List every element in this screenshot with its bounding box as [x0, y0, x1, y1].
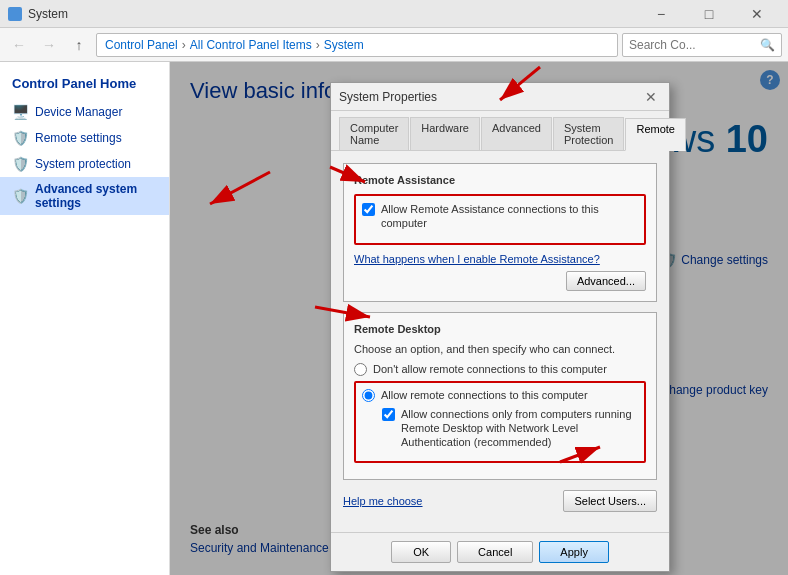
- remote-desktop-desc: Choose an option, and then specify who c…: [354, 343, 646, 355]
- nla-checkbox[interactable]: [382, 408, 395, 421]
- tab-remote[interactable]: Remote: [625, 118, 686, 151]
- dialog-action-row: Help me choose Select Users...: [343, 490, 657, 512]
- tab-advanced[interactable]: Advanced: [481, 117, 552, 150]
- remote-settings-icon: 🛡️: [12, 130, 29, 146]
- system-protection-icon: 🛡️: [12, 156, 29, 172]
- dialog-footer: OK Cancel Apply: [331, 532, 669, 571]
- window-title: System: [28, 7, 68, 21]
- allow-remote-assistance-box: Allow Remote Assistance connections to t…: [354, 194, 646, 245]
- remote-desktop-title: Remote Desktop: [354, 323, 646, 335]
- no-remote-radio-row: Don't allow remote connections to this c…: [354, 363, 646, 376]
- close-button[interactable]: ✕: [734, 0, 780, 28]
- address-path: Control Panel › All Control Panel Items …: [96, 33, 618, 57]
- breadcrumb-system[interactable]: System: [324, 38, 364, 52]
- select-users-button[interactable]: Select Users...: [563, 490, 657, 512]
- remote-assistance-section: Remote Assistance Allow Remote Assistanc…: [343, 163, 657, 302]
- system-icon: [8, 7, 22, 21]
- no-remote-label: Don't allow remote connections to this c…: [373, 363, 607, 375]
- nla-checkbox-row: Allow connections only from computers ru…: [382, 407, 638, 450]
- search-box: 🔍: [622, 33, 782, 57]
- no-remote-radio[interactable]: [354, 363, 367, 376]
- forward-button[interactable]: →: [36, 32, 62, 58]
- allow-remote-label: Allow remote connections to this compute…: [381, 389, 588, 401]
- tab-system-protection[interactable]: System Protection: [553, 117, 625, 150]
- minimize-button[interactable]: −: [638, 0, 684, 28]
- allow-remote-radio[interactable]: [362, 389, 375, 402]
- sidebar-header[interactable]: Control Panel Home: [0, 72, 169, 99]
- tab-computer-name[interactable]: Computer Name: [339, 117, 409, 150]
- allow-remote-desktop-box: Allow remote connections to this compute…: [354, 381, 646, 464]
- breadcrumb-control-panel[interactable]: Control Panel: [105, 38, 178, 52]
- system-properties-dialog: System Properties ✕ Computer Name Hardwa…: [330, 82, 670, 572]
- dialog-title: System Properties: [339, 90, 437, 104]
- content-area: View basic information about your comput…: [170, 62, 788, 575]
- address-bar: ← → ↑ Control Panel › All Control Panel …: [0, 28, 788, 62]
- sidebar-item-system-protection[interactable]: 🛡️ System protection: [0, 151, 169, 177]
- dialog-close-button[interactable]: ✕: [641, 88, 661, 106]
- sidebar-label-system-protection: System protection: [35, 157, 131, 171]
- tab-hardware[interactable]: Hardware: [410, 117, 480, 150]
- allow-remote-assistance-label: Allow Remote Assistance connections to t…: [381, 202, 638, 231]
- remote-assistance-title: Remote Assistance: [354, 174, 646, 186]
- search-icon: 🔍: [760, 38, 775, 52]
- remote-desktop-section: Remote Desktop Choose an option, and the…: [343, 312, 657, 481]
- advanced-button[interactable]: Advanced...: [566, 271, 646, 291]
- title-bar-left: System: [8, 7, 68, 21]
- remote-assistance-help-link[interactable]: What happens when I enable Remote Assist…: [354, 253, 646, 265]
- allow-remote-assistance-row: Allow Remote Assistance connections to t…: [362, 202, 638, 231]
- nla-label: Allow connections only from computers ru…: [401, 407, 638, 450]
- ok-button[interactable]: OK: [391, 541, 451, 563]
- device-manager-icon: 🖥️: [12, 104, 29, 120]
- dialog-titlebar: System Properties ✕: [331, 83, 669, 111]
- sidebar-label-remote-settings: Remote settings: [35, 131, 122, 145]
- modal-overlay: System Properties ✕ Computer Name Hardwa…: [170, 62, 788, 575]
- breadcrumb-all-items[interactable]: All Control Panel Items: [190, 38, 312, 52]
- sidebar-item-remote-settings[interactable]: 🛡️ Remote settings: [0, 125, 169, 151]
- sidebar-item-device-manager[interactable]: 🖥️ Device Manager: [0, 99, 169, 125]
- main-layout: Control Panel Home 🖥️ Device Manager 🛡️ …: [0, 62, 788, 575]
- allow-remote-assistance-checkbox[interactable]: [362, 203, 375, 216]
- advanced-settings-icon: 🛡️: [12, 188, 29, 204]
- search-input[interactable]: [629, 38, 760, 52]
- sidebar-label-advanced-settings: Advanced system settings: [35, 182, 157, 210]
- dialog-body: Remote Assistance Allow Remote Assistanc…: [331, 150, 669, 532]
- sidebar: Control Panel Home 🖥️ Device Manager 🛡️ …: [0, 62, 170, 575]
- up-button[interactable]: ↑: [66, 32, 92, 58]
- cancel-button[interactable]: Cancel: [457, 541, 533, 563]
- allow-remote-radio-row: Allow remote connections to this compute…: [362, 389, 638, 402]
- sidebar-label-device-manager: Device Manager: [35, 105, 122, 119]
- help-me-choose-link[interactable]: Help me choose: [343, 495, 423, 507]
- back-button[interactable]: ←: [6, 32, 32, 58]
- maximize-button[interactable]: □: [686, 0, 732, 28]
- tab-bar: Computer Name Hardware Advanced System P…: [331, 111, 669, 150]
- apply-button[interactable]: Apply: [539, 541, 609, 563]
- title-bar-controls: − □ ✕: [638, 0, 780, 28]
- sidebar-item-advanced-settings[interactable]: 🛡️ Advanced system settings: [0, 177, 169, 215]
- title-bar: System − □ ✕: [0, 0, 788, 28]
